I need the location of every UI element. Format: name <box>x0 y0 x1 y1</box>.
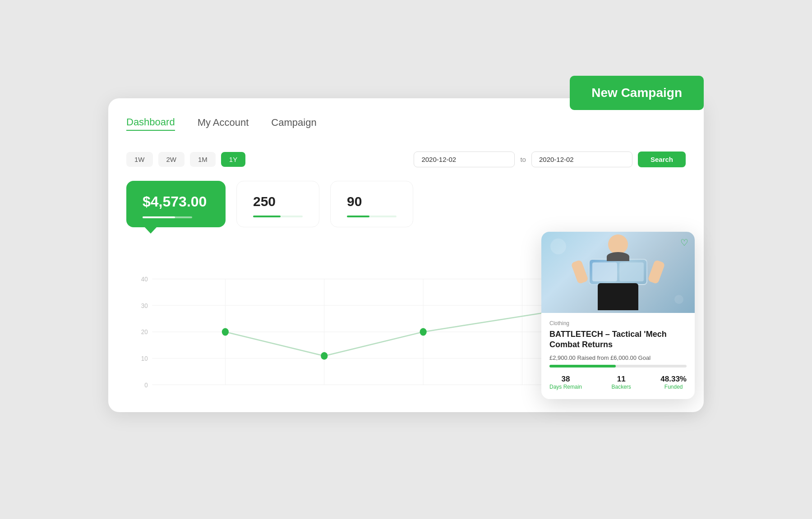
secondary-stat-card-1: 90 <box>330 181 413 227</box>
primary-stat-card: $4,573.00 <box>126 181 226 227</box>
backers-label: Backers <box>612 384 631 390</box>
chart-dot-mar <box>420 328 427 335</box>
y-label-10: 10 <box>141 354 148 362</box>
outer-wrapper: New Campaign Dashboard My Account Campai… <box>90 71 722 448</box>
to-label: to <box>520 156 526 163</box>
y-label-20: 20 <box>141 328 148 335</box>
primary-stat-value: $4,573.00 <box>143 193 209 210</box>
secondary-stat-card-0: 250 <box>236 181 319 227</box>
time-filter-1m[interactable]: 1M <box>190 152 216 167</box>
campaign-progress-bg <box>549 365 687 367</box>
y-label-40: 40 <box>141 275 148 283</box>
chart-area: 0 10 20 30 40 Jan Feb Ma <box>126 245 686 390</box>
campaign-card: ♡ Clothing BATTLETECH – Tactical 'Mech C… <box>541 232 695 400</box>
secondary-stat-bar-fill-0 <box>253 216 281 217</box>
search-button[interactable]: Search <box>638 152 686 167</box>
campaign-stats: 38 Days Remain 11 Backers 48.33% Funded <box>549 375 687 390</box>
nav: Dashboard My Account Campaign <box>126 116 686 135</box>
time-filter-1w[interactable]: 1W <box>126 152 153 167</box>
y-label-0: 0 <box>144 381 148 388</box>
days-remain-value: 38 <box>549 375 582 384</box>
time-filter-2w[interactable]: 2W <box>158 152 185 167</box>
secondary-stat-value-0: 250 <box>253 194 303 209</box>
campaign-progress-fill <box>549 365 616 367</box>
secondary-stat-bar-fill-1 <box>347 216 369 217</box>
days-remain-label: Days Remain <box>549 384 582 390</box>
new-campaign-button[interactable]: New Campaign <box>570 76 704 110</box>
campaign-raised: £2,900.00 Raised from £6,000.00 Goal <box>549 354 687 361</box>
chart-dot-jan <box>222 328 229 335</box>
nav-item-campaign[interactable]: Campaign <box>271 117 316 130</box>
date-to-input[interactable] <box>531 152 632 167</box>
primary-stat-bar-bg <box>143 216 192 218</box>
main-card: Dashboard My Account Campaign 1W 2W 1M 1… <box>108 98 704 412</box>
campaign-card-body: ♡ Clothing BATTLETECH – Tactical 'Mech C… <box>541 313 695 400</box>
stats-row: $4,573.00 250 90 <box>126 181 686 227</box>
campaign-stat-funded: 48.33% Funded <box>660 375 687 390</box>
controls-row: 1W 2W 1M 1Y to Search <box>126 152 686 167</box>
primary-stat-bar-fill <box>143 216 175 218</box>
backers-value: 11 <box>612 375 631 384</box>
chart-dot-feb <box>321 352 328 359</box>
campaign-stat-days: 38 Days Remain <box>549 375 582 390</box>
secondary-stat-bar-bg-1 <box>347 216 397 217</box>
time-filter-1y[interactable]: 1Y <box>221 152 245 167</box>
secondary-stat-value-1: 90 <box>347 194 397 209</box>
nav-item-myaccount[interactable]: My Account <box>198 117 249 130</box>
campaign-card-image <box>541 232 695 313</box>
nav-item-dashboard[interactable]: Dashboard <box>126 116 175 131</box>
person-head <box>608 234 628 254</box>
campaign-category: Clothing <box>549 320 687 326</box>
funded-label: Funded <box>660 384 687 390</box>
heart-icon[interactable]: ♡ <box>680 237 688 248</box>
date-from-input[interactable] <box>414 152 515 167</box>
campaign-stat-backers: 11 Backers <box>612 375 631 390</box>
y-label-30: 30 <box>141 301 148 309</box>
funded-value: 48.33% <box>660 375 687 384</box>
secondary-stat-bar-bg-0 <box>253 216 303 217</box>
campaign-title: BATTLETECH – Tactical 'Mech Combat Retur… <box>549 329 687 350</box>
